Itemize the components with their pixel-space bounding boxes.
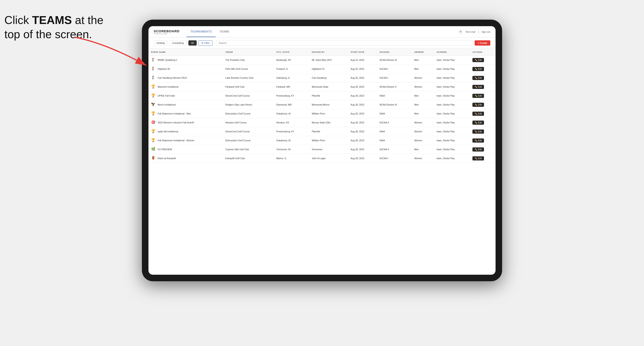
cell-division-1: NJCAA I [377, 65, 412, 73]
event-name-3: Maverick Invitational [158, 85, 178, 88]
event-name-7: 2023 Women's Hesston Fall Kickoff [158, 121, 194, 124]
col-division: DIVISION [377, 49, 412, 56]
event-name-2: Carl Sandburg Women FA23 [158, 77, 187, 79]
filter-icon: ☰ [201, 42, 204, 44]
cell-city-state-7: Hesston, KS [274, 118, 309, 127]
event-name-8: upike fall invitational [158, 130, 178, 133]
cell-actions-5: ✏️ Edit [470, 100, 496, 109]
cell-actions-2: ✏️ Edit [470, 73, 496, 82]
edit-label-7: Edit [478, 121, 482, 124]
edit-button-3[interactable]: ✏️ Edit [472, 85, 484, 89]
cell-venue-3: Faribault Golf Club [223, 82, 274, 91]
cell-event-name-2: 🏌 Carl Sandburg Women FA23 [148, 73, 223, 82]
cell-venue-2: Lake Bracken Country Club [223, 73, 274, 82]
nav-bar: SCOREBOARD Powered by clippit TOURNAMENT… [148, 26, 496, 37]
event-name-1: Highland 36 [158, 68, 170, 70]
hosting-filter-button[interactable]: Hosting [154, 40, 168, 46]
table-row: 🏆 Fall Statesmen Invitational - Men Edmu… [148, 109, 496, 118]
edit-button-7[interactable]: ✏️ Edit [472, 121, 484, 125]
cell-gender-4: Men [412, 91, 434, 100]
table-row: 🏺 Klash at Kokopelli Kokopelli Golf Club… [148, 154, 496, 163]
cell-hosted-by-10: Vincennes [309, 145, 348, 154]
cell-gender-3: Women [412, 82, 434, 91]
cell-gender-6: Men [412, 109, 434, 118]
instruction-text: Click TEAMS at thetop of the screen. [4, 13, 104, 41]
cell-actions-7: ✏️ Edit [470, 118, 496, 127]
cell-hosted-by-11: John A Logan [309, 154, 348, 163]
cell-venue-10: Cypress Hills Golf Club [223, 145, 274, 154]
create-button[interactable]: + Create [474, 40, 490, 46]
search-input[interactable] [216, 40, 473, 46]
edit-button-1[interactable]: ✏️ Edit [472, 67, 484, 71]
edit-icon-9: ✏️ [474, 139, 477, 142]
cell-city-state-10: Vincennes, IN [274, 145, 309, 154]
col-city-state: CITY, STATE [274, 49, 309, 56]
cell-scoring-8: team, Stroke Play [434, 127, 470, 136]
team-icon-3: 🏆 [151, 84, 156, 89]
cell-gender-9: Women [412, 136, 434, 145]
logo-text: SCOREBOARD [154, 29, 180, 33]
cell-division-0: NCAA Division III [377, 56, 412, 65]
cell-venue-7: Hesston Golf Course [223, 118, 274, 127]
cell-city-state-0: Newburgh, NY [274, 56, 309, 65]
cell-event-name-10: 🌿 VU PREVIEW [148, 145, 223, 154]
cell-scoring-1: team, Stroke Play [434, 65, 470, 73]
cell-division-8: NAIA [377, 127, 412, 136]
cell-actions-9: ✏️ Edit [470, 136, 496, 145]
edit-button-6[interactable]: ✏️ Edit [472, 112, 484, 116]
cell-division-11: NJCAA I [377, 154, 412, 163]
cell-hosted-by-7: Murray State (OK) [309, 118, 348, 127]
cell-division-7: NJCAA II [377, 118, 412, 127]
edit-icon-7: ✏️ [474, 121, 477, 124]
cell-start-date-6: Aug 28, 2023 [348, 109, 377, 118]
edit-icon-3: ✏️ [474, 86, 477, 88]
table-row: 🏆 UPIKE Fall Invite StoneCrest Golf Cour… [148, 91, 496, 100]
cell-scoring-3: team, Stroke Play [434, 82, 470, 91]
cell-actions-3: ✏️ Edit [470, 82, 496, 91]
tab-tournaments[interactable]: TOURNAMENTS [186, 27, 216, 37]
edit-label-5: Edit [478, 104, 482, 106]
cell-actions-0: ✏️ Edit [470, 56, 496, 65]
cell-hosted-by-8: Pikeville [309, 127, 348, 136]
edit-label-1: Edit [478, 68, 482, 70]
filter-button[interactable]: ☰ Filter [198, 40, 212, 46]
edit-label-3: Edit [478, 86, 482, 88]
cell-actions-1: ✏️ Edit [470, 65, 496, 73]
edit-button-9[interactable]: ✏️ Edit [472, 139, 484, 143]
cell-venue-6: Edmundson Golf Course [223, 109, 274, 118]
cell-actions-4: ✏️ Edit [470, 91, 496, 100]
user-name: Test User [466, 30, 476, 33]
cell-actions-10: ✏️ Edit [470, 145, 496, 154]
settings-icon[interactable]: ⚙ [458, 30, 463, 34]
edit-button-8[interactable]: ✏️ Edit [472, 130, 484, 134]
cell-gender-7: Women [412, 118, 434, 127]
cell-hosted-by-2: Carl Sandburg [309, 73, 348, 82]
col-scoring: SCORING [434, 49, 470, 56]
team-icon-8: 🏆 [151, 129, 156, 134]
logo-sub: Powered by clippit [154, 33, 180, 34]
edit-label-0: Edit [478, 59, 482, 61]
cell-city-state-2: Galesburg, IL [274, 73, 309, 82]
all-filter-button[interactable]: All [188, 40, 197, 46]
cell-city-state-6: Oskaloosa, IA [274, 109, 309, 118]
filter-label: Filter [204, 42, 210, 44]
sign-out-link[interactable]: Sign out [482, 30, 490, 33]
edit-button-11[interactable]: ✏️ Edit [472, 156, 484, 161]
cell-event-name-9: 🏆 Fall Statesmen Invitational - Women [148, 136, 223, 145]
cell-start-date-9: Aug 28, 2023 [348, 136, 377, 145]
edit-label-11: Edit [478, 157, 482, 160]
cell-gender-0: Men [412, 56, 434, 65]
cell-event-name-7: 🎯 2023 Women's Hesston Fall Kickoff [148, 118, 223, 127]
table-row: 🏆 Maverick Invitational Faribault Golf C… [148, 82, 496, 91]
edit-button-0[interactable]: ✏️ Edit [472, 58, 484, 62]
edit-button-2[interactable]: ✏️ Edit [472, 76, 484, 80]
table-row: 🌿 VU PREVIEW Cypress Hills Golf Club Vin… [148, 145, 496, 154]
edit-button-4[interactable]: ✏️ Edit [472, 94, 484, 98]
competing-filter-button[interactable]: Competing [169, 40, 186, 46]
team-icon-5: 🦅 [151, 102, 156, 107]
edit-button-5[interactable]: ✏️ Edit [472, 103, 484, 107]
cell-hosted-by-0: Mt. Saint Mary (NY) [309, 56, 348, 65]
tab-teams[interactable]: TEAMS [216, 27, 233, 37]
team-icon-4: 🏆 [151, 93, 156, 98]
edit-button-10[interactable]: ✏️ Edit [472, 147, 484, 152]
